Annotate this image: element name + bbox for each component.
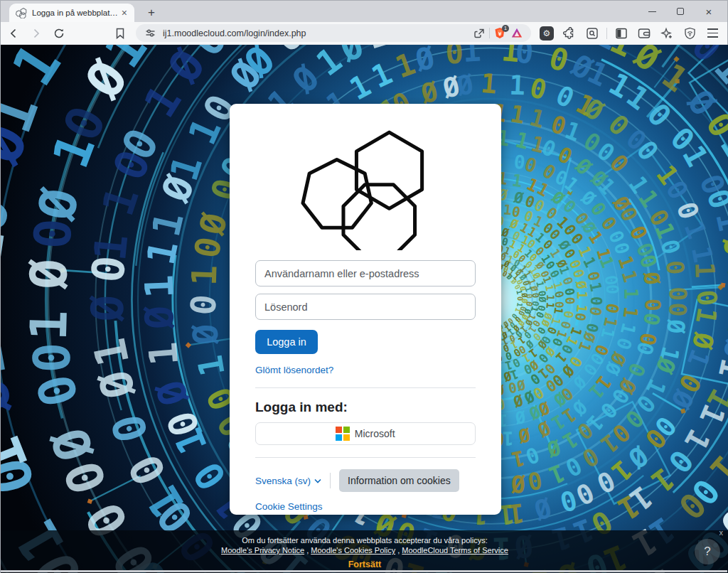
forgot-password-link[interactable]: Glömt lösenordet? — [255, 365, 476, 375]
svg-text:1: 1 — [722, 289, 728, 309]
language-cookie-row: Svenska (sv) Information om cookies — [255, 469, 476, 492]
divider — [255, 457, 476, 458]
maximize-icon — [677, 8, 684, 15]
password-input[interactable] — [255, 294, 476, 320]
tab-strip: Logga in på webbplatsen | ij1 × + × — [1, 1, 727, 22]
vertical-divider — [330, 473, 331, 488]
cookie-settings-link[interactable]: Cookie Settings — [255, 501, 476, 512]
svg-text:Ø: Ø — [136, 305, 183, 331]
policy-footer: Om du fortsätter använda denna webbplats… — [1, 530, 728, 573]
sso-heading: Logga in med: — [255, 400, 476, 415]
site-settings-icon[interactable] — [141, 26, 159, 41]
login-button[interactable]: Logga in — [255, 330, 318, 354]
brave-shields-icon[interactable]: 1 — [491, 26, 508, 41]
continue-button[interactable]: Fortsätt — [348, 559, 382, 569]
svg-text:1: 1 — [620, 288, 642, 299]
policy-text: Om du fortsätter använda denna webbplats… — [1, 536, 728, 545]
new-tab-button[interactable]: + — [143, 4, 160, 21]
svg-text:Ø: Ø — [185, 323, 226, 346]
svg-text:0: 0 — [22, 342, 82, 373]
url-text[interactable]: ij1.moodlecloud.com/login/index.php — [163, 28, 471, 38]
microsoft-login-button[interactable]: Microsoft — [255, 422, 476, 445]
toolbar-divider — [606, 28, 607, 39]
minimize-icon — [648, 11, 656, 12]
svg-text:1: 1 — [140, 341, 187, 368]
url-bar-divider — [489, 28, 490, 38]
site-favicon-icon — [16, 7, 27, 18]
search-tabs-icon[interactable] — [584, 25, 601, 42]
leo-ai-icon[interactable] — [658, 25, 675, 42]
svg-text:Ø: Ø — [82, 294, 134, 322]
svg-text:0: 0 — [514, 45, 535, 70]
browser-toolbar: ij1.moodlecloud.com/login/index.php 1 ⚙ — [1, 22, 727, 45]
microsoft-logo-icon — [336, 427, 350, 441]
cookies-policy-link[interactable]: Moodle's Cookies Policy — [311, 546, 395, 555]
language-label: Svenska (sv) — [255, 476, 311, 486]
policy-links: Moodle's Privacy Notice , Moodle's Cooki… — [1, 546, 728, 555]
link-separator: , — [304, 546, 311, 555]
svg-text:0: 0 — [183, 293, 225, 317]
window-controls: × — [638, 1, 723, 22]
browser-window: Logga in på webbplatsen | ij1 × + × — [0, 0, 728, 573]
terms-of-service-link[interactable]: MoodleCloud Terms of Service — [402, 546, 508, 555]
window-minimize-button[interactable] — [638, 1, 666, 21]
tab-close-icon[interactable]: × — [119, 8, 130, 18]
window-close-button[interactable]: × — [695, 1, 723, 21]
svg-text:Ø: Ø — [662, 318, 690, 333]
forward-button[interactable] — [26, 24, 46, 43]
cookie-info-button[interactable]: Information om cookies — [339, 469, 459, 492]
bookmark-icon[interactable] — [110, 24, 130, 43]
svg-text:0: 0 — [602, 284, 622, 294]
window-bottom-edge — [1, 570, 727, 572]
brave-wallet-icon[interactable] — [636, 25, 653, 42]
privacy-notice-link[interactable]: Moodle's Privacy Notice — [221, 546, 304, 555]
link-separator: , — [395, 546, 402, 555]
site-logo-icon — [255, 125, 476, 250]
svg-text:0: 0 — [444, 45, 464, 71]
svg-text:0: 0 — [587, 296, 605, 306]
extension-settings-icon[interactable]: ⚙ — [538, 25, 555, 42]
toolbar-right-icons: ⚙ — [538, 25, 721, 42]
svg-text:1: 1 — [508, 70, 525, 102]
svg-text:0: 0 — [664, 286, 692, 301]
svg-text:1: 1 — [689, 262, 721, 279]
svg-text:Ø: Ø — [510, 470, 526, 498]
sidebar-toggle-icon[interactable] — [613, 25, 630, 42]
window-maximize-button[interactable] — [666, 1, 695, 21]
svg-text:Ø: Ø — [19, 258, 78, 290]
brave-rewards-icon[interactable] — [508, 26, 525, 41]
username-input[interactable] — [255, 260, 476, 286]
svg-text:1: 1 — [84, 232, 138, 264]
svg-text:1: 1 — [19, 309, 79, 341]
page-content: Ø11100ØØ0101100Ø00111ØØ00Ø1110101Ø110Ø01… — [1, 45, 728, 573]
reload-button[interactable] — [49, 24, 69, 43]
divider — [255, 387, 476, 388]
language-selector[interactable]: Svenska (sv) — [255, 476, 321, 486]
svg-text:1: 1 — [136, 274, 182, 299]
login-card: Logga in Glömt lösenordet? Logga in med:… — [230, 104, 501, 515]
microsoft-label: Microsoft — [355, 428, 395, 439]
svg-text:0: 0 — [663, 302, 691, 317]
svg-text:1: 1 — [461, 45, 482, 69]
svg-text:0: 0 — [660, 259, 689, 276]
svg-text:1: 1 — [184, 264, 225, 286]
vpn-shield-icon[interactable] — [681, 25, 698, 42]
chevron-down-icon — [314, 478, 321, 483]
back-button[interactable] — [4, 24, 23, 43]
share-icon[interactable] — [471, 26, 488, 41]
help-button[interactable]: ? — [695, 539, 720, 564]
menu-icon[interactable] — [704, 25, 721, 42]
extensions-puzzle-icon[interactable] — [561, 25, 578, 42]
svg-text:0: 0 — [1, 291, 14, 328]
tab-title: Logga in på webbplatsen | ij1 — [32, 9, 119, 17]
svg-text:1: 1 — [479, 68, 498, 100]
url-bar[interactable]: ij1.moodlecloud.com/login/index.php 1 — [136, 24, 531, 42]
svg-text:0: 0 — [641, 298, 666, 311]
browser-tab[interactable]: Logga in på webbplatsen | ij1 × — [9, 4, 134, 22]
help-close-icon[interactable]: x — [719, 528, 724, 537]
